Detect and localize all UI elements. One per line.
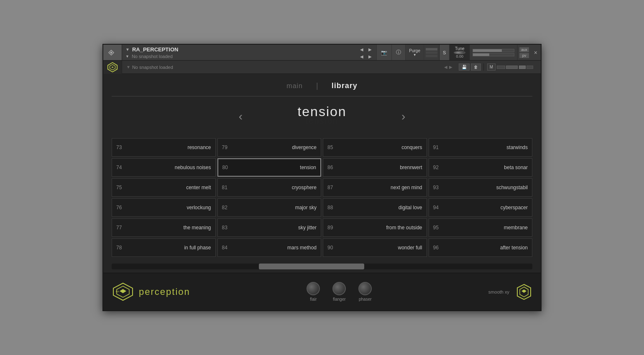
preset-item[interactable]: 87next gen mind xyxy=(323,178,427,197)
sub-dropdown-arrow[interactable]: ▼ xyxy=(126,65,130,69)
preset-item[interactable]: 79divergence xyxy=(217,138,322,157)
snapshot-next-btn[interactable]: ▶ xyxy=(367,54,373,59)
scrollbar-row xyxy=(103,260,541,273)
preset-item[interactable]: 85conquers xyxy=(323,138,427,157)
sub-next[interactable]: ▶ xyxy=(449,65,452,69)
plugin-title: RA_PERCEPTION xyxy=(132,46,356,53)
preset-name-text: mars method xyxy=(234,245,317,251)
scrollbar-track[interactable] xyxy=(112,264,532,269)
preset-name-text: nebulous noises xyxy=(128,165,211,170)
footer: RA perception flairflangerphaser smooth … xyxy=(103,273,541,310)
snapshot-prev-btn[interactable]: ◀ xyxy=(359,54,365,59)
plugin-logo xyxy=(103,45,122,60)
fader-2[interactable] xyxy=(473,53,514,56)
tab-library[interactable]: library xyxy=(327,80,363,92)
preset-number: 75 xyxy=(116,185,128,190)
delete-btn[interactable]: 🗑 xyxy=(471,63,481,71)
preset-name-text: center melt xyxy=(128,185,211,190)
midi-knob-4[interactable] xyxy=(526,66,533,69)
preset-item[interactable]: 91starwinds xyxy=(429,138,533,157)
preset-item[interactable]: 81cryosphere xyxy=(217,178,322,197)
preset-item[interactable]: 86brennwert xyxy=(323,158,427,177)
preset-number: 90 xyxy=(327,245,339,251)
close-button[interactable]: × xyxy=(531,45,541,60)
preset-item[interactable]: 83sky jitter xyxy=(217,218,322,237)
preset-item[interactable]: 93schwungstabil xyxy=(429,178,533,197)
preset-name-text: starwinds xyxy=(445,145,528,150)
tune-knob[interactable] xyxy=(454,51,465,54)
preset-number: 83 xyxy=(222,225,234,231)
preset-item[interactable]: 73resonance xyxy=(112,138,216,157)
right-panel: S Tune 0.00 aux pv × xyxy=(439,45,541,60)
preset-number: 89 xyxy=(327,225,339,231)
midi-knob-1[interactable] xyxy=(497,66,505,69)
footer-knob[interactable] xyxy=(332,282,346,295)
preset-name-text: sky jitter xyxy=(234,225,317,231)
midi-knob-2[interactable] xyxy=(506,66,518,69)
footer-knobs: flairflangerphaser xyxy=(190,282,488,302)
preset-item[interactable]: 80tension xyxy=(217,158,322,177)
midi-knob-3[interactable] xyxy=(519,66,526,69)
info-btn[interactable]: ⓘ xyxy=(391,45,405,60)
preset-number: 94 xyxy=(433,205,445,210)
preset-name-text: verlockung xyxy=(128,205,211,210)
preset-item[interactable]: 77the meaning xyxy=(112,218,216,237)
preset-item[interactable]: 92beta sonar xyxy=(429,158,533,177)
preset-item[interactable]: 95membrane xyxy=(429,218,533,237)
preset-prev-btn[interactable]: ◀ xyxy=(359,47,365,52)
preset-number: 87 xyxy=(327,185,339,190)
s-button[interactable]: S xyxy=(440,45,450,60)
preset-name-text: in full phase xyxy=(128,245,211,251)
preset-item[interactable]: 89from the outside xyxy=(323,218,427,237)
preset-name-text: digital love xyxy=(339,205,422,210)
category-next-btn[interactable]: › xyxy=(397,110,409,123)
preset-number: 92 xyxy=(433,165,445,170)
pv-btn[interactable]: pv xyxy=(519,53,529,58)
preset-name-text: the meaning xyxy=(128,225,211,231)
svg-marker-2 xyxy=(111,66,114,68)
header-controls: 📷 ⓘ Purge ▼ xyxy=(376,45,439,60)
snapshot-dropdown-arrow[interactable]: ▼ xyxy=(125,54,129,58)
sub-header-content: ▼ No snapshot loaded ◀ ▶ 💾 🗑 M xyxy=(122,63,541,71)
smooth-label: smooth xy xyxy=(488,289,509,294)
svg-text:RA: RA xyxy=(116,290,119,293)
preset-item[interactable]: 90wonder full xyxy=(323,238,427,257)
footer-knob-group: flanger xyxy=(332,282,346,302)
sub-prev[interactable]: ◀ xyxy=(444,65,447,69)
preset-number: 88 xyxy=(327,205,339,210)
preset-name-text: cyberspacer xyxy=(445,205,528,210)
preset-number: 91 xyxy=(433,145,445,150)
preset-item[interactable]: 88digital love xyxy=(323,198,427,217)
fader-1[interactable] xyxy=(473,49,514,52)
preset-name-text: next gen mind xyxy=(339,185,422,190)
purge-arrow[interactable]: ▼ xyxy=(413,53,417,57)
save-btn[interactable]: 💾 xyxy=(459,63,470,71)
purge-label: Purge xyxy=(409,48,420,53)
preset-dropdown-arrow[interactable]: ▼ xyxy=(125,47,130,52)
preset-number: 86 xyxy=(327,165,339,170)
preset-item[interactable]: 94cyberspacer xyxy=(429,198,533,217)
m-button[interactable]: M xyxy=(487,63,496,71)
preset-item[interactable]: 96after tension xyxy=(429,238,533,257)
preset-item[interactable]: 74nebulous noises xyxy=(112,158,216,177)
preset-item[interactable]: 78in full phase xyxy=(112,238,216,257)
preset-item[interactable]: 75center melt xyxy=(112,178,216,197)
preset-item[interactable]: 84mars method xyxy=(217,238,322,257)
preset-number: 81 xyxy=(222,185,234,190)
preset-item[interactable]: 76verlockung xyxy=(112,198,216,217)
scrollbar-thumb[interactable] xyxy=(259,264,364,269)
preset-next-btn[interactable]: ▶ xyxy=(367,47,373,52)
footer-knob[interactable] xyxy=(307,282,320,295)
preset-number: 85 xyxy=(327,145,339,150)
aux-btn[interactable]: aux xyxy=(519,47,529,52)
preset-number: 95 xyxy=(433,225,445,231)
camera-btn[interactable]: 📷 xyxy=(376,45,391,60)
tune-area: Tune 0.00 xyxy=(450,45,470,60)
preset-item[interactable]: 82major sky xyxy=(217,198,322,217)
tab-main[interactable]: main xyxy=(281,81,308,91)
category-prev-btn[interactable]: ‹ xyxy=(235,110,247,123)
footer-knob[interactable] xyxy=(358,282,372,295)
footer-right-logo xyxy=(516,284,532,300)
tune-label: Tune xyxy=(455,46,464,51)
category-nav: ‹ tension tension › xyxy=(103,96,541,135)
